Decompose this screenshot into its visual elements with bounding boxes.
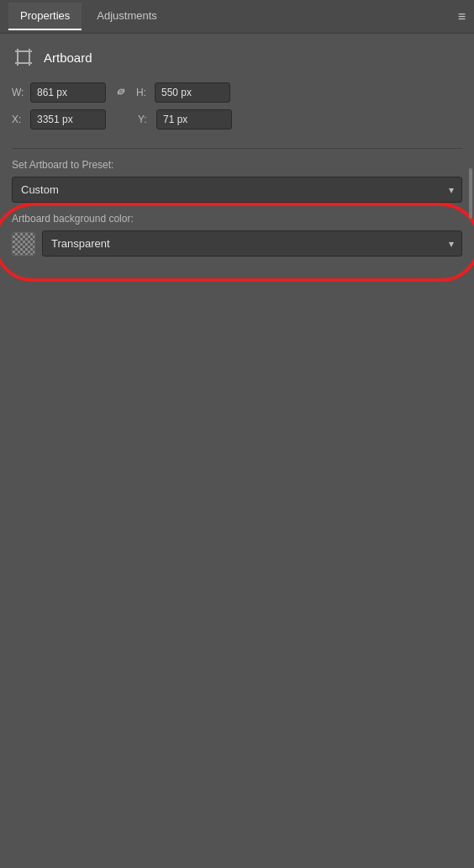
tab-properties[interactable]: Properties (8, 3, 82, 30)
empty-area (0, 270, 474, 868)
preset-select-wrapper: Custom Web Mobile Print ▾ (12, 177, 462, 203)
hamburger-menu-icon[interactable]: ≡ (458, 9, 466, 24)
preset-label: Set Artboard to Preset: (12, 159, 462, 171)
background-color-section: Artboard background color: Transparent W… (0, 213, 474, 270)
width-label: W: (12, 87, 25, 98)
height-input[interactable] (155, 82, 230, 103)
tab-bar: Properties Adjustments ≡ (0, 0, 474, 34)
properties-panel: Properties Adjustments ≡ Artboard (0, 0, 474, 868)
xy-row: X: Y: (12, 109, 462, 130)
svg-rect-0 (18, 51, 29, 63)
y-input[interactable] (156, 109, 232, 130)
height-label: H: (136, 87, 150, 98)
background-color-row: Transparent White Black Custom ▾ (12, 230, 462, 257)
background-color-label: Artboard background color: (12, 213, 462, 225)
x-label: X: (12, 114, 25, 125)
scrollbar[interactable] (469, 168, 472, 219)
preset-select[interactable]: Custom Web Mobile Print (12, 177, 462, 203)
bg-color-select[interactable]: Transparent White Black Custom (42, 230, 462, 257)
tab-adjustments[interactable]: Adjustments (85, 3, 169, 30)
artboard-header: Artboard (0, 34, 474, 77)
color-swatch[interactable] (12, 232, 35, 256)
section-divider (12, 148, 462, 149)
artboard-title: Artboard (44, 50, 92, 65)
preset-section: Set Artboard to Preset: Custom Web Mobil… (0, 159, 474, 213)
dimensions-section: W: H: X: Y: (0, 77, 474, 145)
x-input[interactable] (30, 109, 106, 130)
link-icon[interactable] (114, 85, 128, 101)
artboard-svg-icon (14, 48, 33, 66)
y-label: Y: (138, 114, 151, 125)
artboard-icon (12, 45, 35, 69)
width-input[interactable] (30, 82, 106, 103)
bg-color-select-wrapper: Transparent White Black Custom ▾ (42, 230, 462, 257)
width-height-row: W: H: (12, 82, 462, 103)
